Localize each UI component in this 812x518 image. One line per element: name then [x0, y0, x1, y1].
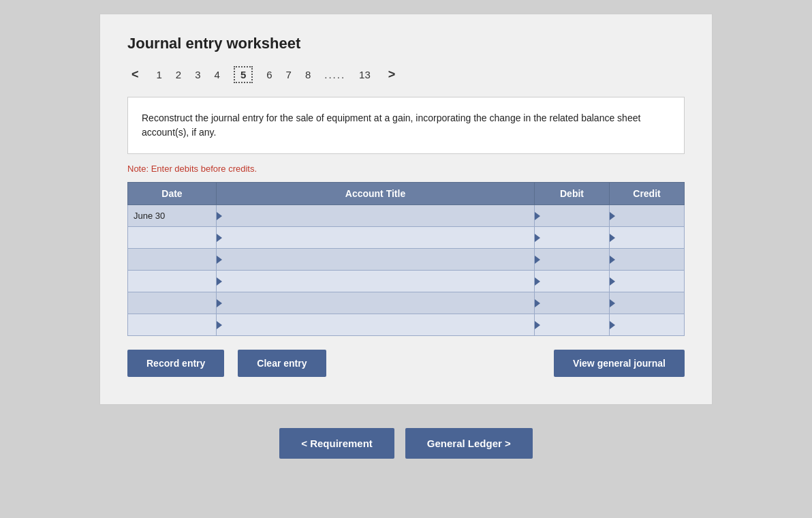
debit-input-1[interactable]: [540, 211, 604, 222]
account-cell-1[interactable]: [217, 205, 535, 227]
page-3[interactable]: 3: [195, 69, 200, 80]
debit-input-6[interactable]: [540, 320, 604, 331]
debit-cell-2[interactable]: [535, 227, 610, 249]
debit-input-5[interactable]: [540, 299, 604, 309]
page-6[interactable]: 6: [266, 69, 272, 80]
page-7[interactable]: 7: [286, 69, 292, 80]
table-row: [128, 249, 685, 271]
credit-input-1[interactable]: [615, 211, 678, 222]
debit-tri-2: [535, 234, 540, 242]
credit-cell-6[interactable]: [610, 314, 685, 336]
page-title: Journal entry worksheet: [127, 35, 685, 52]
account-cell-5[interactable]: [217, 292, 535, 314]
page-4[interactable]: 4: [215, 69, 220, 80]
account-input-6[interactable]: [222, 320, 529, 331]
credit-input-4[interactable]: [615, 277, 678, 287]
account-input-1[interactable]: [222, 211, 529, 222]
general-ledger-button[interactable]: General Ledger >: [405, 428, 533, 459]
page-5-active[interactable]: 5: [234, 66, 253, 83]
debit-tri-6: [535, 321, 540, 329]
header-debit: Debit: [535, 183, 610, 205]
journal-table: Date Account Title Debit Credit June 30: [127, 182, 685, 336]
account-cell-4[interactable]: [217, 271, 535, 292]
instruction-box: Reconstruct the journal entry for the sa…: [127, 97, 685, 154]
page-1[interactable]: 1: [157, 69, 162, 80]
date-cell-6: [128, 314, 217, 336]
credit-cell-1[interactable]: [610, 205, 685, 227]
debit-input-3[interactable]: [540, 255, 604, 265]
credit-input-2[interactable]: [615, 233, 678, 243]
tri-icon-1: [217, 212, 222, 220]
debit-tri-1: [535, 212, 540, 220]
page-2[interactable]: 2: [176, 69, 181, 80]
debit-cell-1[interactable]: [535, 205, 610, 227]
credit-input-6[interactable]: [615, 320, 678, 331]
credit-cell-2[interactable]: [610, 227, 685, 249]
credit-tri-1: [610, 212, 615, 220]
header-credit: Credit: [610, 183, 685, 205]
instruction-text: Reconstruct the journal entry for the sa…: [142, 112, 640, 138]
account-cell-3[interactable]: [217, 249, 535, 271]
account-input-4[interactable]: [222, 277, 529, 287]
credit-tri-2: [610, 234, 615, 242]
credit-tri-4: [610, 277, 615, 286]
debit-input-2[interactable]: [540, 233, 604, 243]
table-row: [128, 271, 685, 292]
account-cell-2[interactable]: [217, 227, 535, 249]
prev-page-button[interactable]: <: [127, 66, 143, 83]
account-input-3[interactable]: [222, 255, 529, 265]
record-entry-button[interactable]: Record entry: [127, 350, 224, 377]
credit-input-3[interactable]: [615, 255, 678, 265]
credit-cell-4[interactable]: [610, 271, 685, 292]
debit-tri-3: [535, 256, 540, 264]
main-container: Journal entry worksheet < 1 2 3 4 5 6 7 …: [99, 14, 713, 405]
debit-cell-3[interactable]: [535, 249, 610, 271]
account-input-5[interactable]: [222, 299, 529, 309]
debit-cell-5[interactable]: [535, 292, 610, 314]
date-cell-1: June 30: [128, 205, 217, 227]
table-row: [128, 227, 685, 249]
tri-icon-3: [217, 256, 222, 264]
debit-cell-4[interactable]: [535, 271, 610, 292]
clear-entry-button[interactable]: Clear entry: [238, 350, 326, 377]
credit-cell-5[interactable]: [610, 292, 685, 314]
table-row: June 30: [128, 205, 685, 227]
note-text: Note: Enter debits before credits.: [127, 164, 685, 174]
page-13[interactable]: 13: [359, 69, 371, 80]
tri-icon-5: [217, 299, 222, 307]
page-dots: .....: [324, 69, 345, 80]
header-account: Account Title: [217, 183, 535, 205]
tri-icon-6: [217, 321, 222, 329]
debit-cell-6[interactable]: [535, 314, 610, 336]
table-row: [128, 292, 685, 314]
requirement-button[interactable]: < Requirement: [279, 428, 394, 459]
view-general-journal-button[interactable]: View general journal: [554, 350, 685, 377]
credit-tri-6: [610, 321, 615, 329]
debit-tri-4: [535, 277, 540, 286]
action-buttons-row: Record entry Clear entry View general jo…: [127, 350, 685, 377]
account-cell-6[interactable]: [217, 314, 535, 336]
date-cell-2: [128, 227, 217, 249]
tri-icon-4: [217, 277, 222, 286]
credit-input-5[interactable]: [615, 299, 678, 309]
credit-tri-5: [610, 299, 615, 307]
date-cell-4: [128, 271, 217, 292]
date-cell-5: [128, 292, 217, 314]
credit-cell-3[interactable]: [610, 249, 685, 271]
table-row: [128, 314, 685, 336]
debit-tri-5: [535, 299, 540, 307]
bottom-navigation: < Requirement General Ledger >: [279, 428, 533, 459]
date-cell-3: [128, 249, 217, 271]
pagination: < 1 2 3 4 5 6 7 8 ..... 13 >: [127, 66, 685, 83]
next-page-button[interactable]: >: [384, 66, 400, 83]
credit-tri-3: [610, 256, 615, 264]
tri-icon-2: [217, 234, 222, 242]
page-8[interactable]: 8: [305, 69, 311, 80]
account-input-2[interactable]: [222, 233, 529, 243]
header-date: Date: [128, 183, 217, 205]
debit-input-4[interactable]: [540, 277, 604, 287]
